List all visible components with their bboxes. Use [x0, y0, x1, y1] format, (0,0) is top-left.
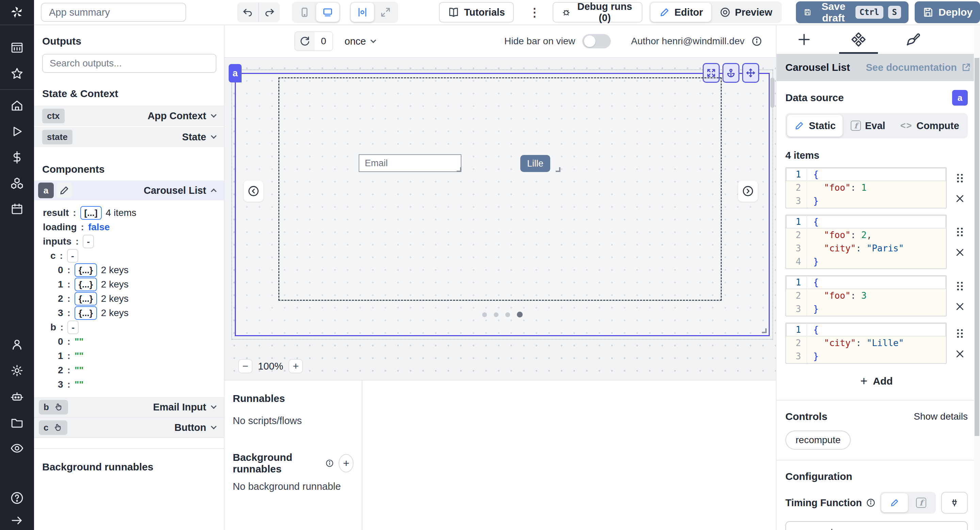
json-editor[interactable]: 1{2 "foo": 13}	[785, 167, 947, 208]
carousel-prev-button[interactable]	[243, 180, 263, 202]
expand-toggle[interactable]: {...}	[75, 263, 97, 277]
email-input-component[interactable]	[359, 154, 461, 172]
variables-icon[interactable]	[0, 144, 34, 170]
hide-bar-toggle[interactable]	[582, 34, 611, 48]
state-row[interactable]: state State	[34, 127, 224, 148]
workspace-icon[interactable]	[0, 35, 34, 61]
redo-button[interactable]	[258, 2, 279, 22]
connect-data-button[interactable]	[941, 492, 968, 514]
refresh-count-button[interactable]: 0	[294, 31, 333, 51]
component-c-row[interactable]: c Button	[34, 418, 224, 438]
add-background-runnable-button[interactable]: +	[339, 454, 353, 473]
drag-handle-icon[interactable]	[955, 226, 965, 238]
carousel-dot[interactable]	[494, 312, 498, 317]
fullscreen-layout-button[interactable]	[374, 3, 397, 22]
eval-mode-button[interactable]: f	[908, 493, 934, 512]
carousel-component-selection[interactable]: a Lille	[235, 73, 770, 336]
favorites-icon[interactable]	[0, 61, 34, 86]
folders-icon[interactable]	[0, 409, 34, 435]
runs-icon[interactable]	[0, 118, 34, 144]
tree-row[interactable]: 0:""	[58, 334, 224, 349]
schedule-dropdown[interactable]: once	[345, 36, 375, 47]
insert-component-tab[interactable]	[792, 25, 816, 54]
panel-scrollbar[interactable]	[974, 25, 980, 530]
tree-row[interactable]: 3:""	[58, 377, 224, 392]
windmill-logo[interactable]	[0, 0, 34, 25]
recompute-button[interactable]: recompute	[785, 431, 851, 450]
tree-row[interactable]: inputs:-	[43, 234, 224, 249]
resize-handle[interactable]	[762, 328, 767, 333]
resize-handle[interactable]	[556, 167, 560, 172]
show-details-link[interactable]: Show details	[914, 411, 968, 422]
carousel-pagination-dots[interactable]	[236, 312, 769, 318]
collapse-toggle[interactable]: -	[67, 321, 79, 334]
see-documentation-link[interactable]: See documentation	[866, 62, 972, 73]
remove-item-icon[interactable]	[955, 193, 965, 204]
search-outputs-input[interactable]	[42, 54, 216, 73]
expand-toggle[interactable]: [...]	[80, 206, 102, 220]
app-summary-input[interactable]	[41, 3, 186, 22]
component-settings-tab[interactable]	[846, 25, 870, 54]
deploy-button[interactable]: Deploy	[915, 2, 980, 23]
tree-row[interactable]: c:-	[50, 249, 224, 263]
collapse-toggle[interactable]: -	[83, 235, 94, 248]
undo-button[interactable]	[237, 2, 258, 22]
audit-icon[interactable]	[0, 435, 34, 461]
timing-function-select[interactable]: ease-out	[785, 521, 968, 530]
drag-handle-icon[interactable]	[955, 172, 965, 184]
centered-layout-button[interactable]	[351, 3, 374, 22]
static-mode-button[interactable]: Static	[787, 115, 843, 137]
ctx-row[interactable]: ctx App Context	[34, 105, 224, 127]
user-icon[interactable]	[0, 332, 34, 358]
carousel-dot[interactable]	[517, 312, 523, 318]
remove-item-icon[interactable]	[955, 247, 965, 257]
json-editor[interactable]: 1{2 "foo": 33}	[785, 275, 947, 316]
workers-icon[interactable]	[0, 383, 34, 409]
desktop-view-button[interactable]	[316, 3, 339, 22]
zoom-out-button[interactable]: −	[238, 359, 253, 373]
resources-icon[interactable]	[0, 170, 34, 196]
canvas-scrollbar[interactable]	[770, 78, 775, 108]
schedules-icon[interactable]	[0, 196, 34, 222]
info-icon[interactable]	[866, 498, 875, 508]
tree-row[interactable]: 2:{...}2 keys	[58, 292, 224, 306]
save-draft-button[interactable]: Save draft Ctrl S	[796, 2, 908, 23]
tree-row[interactable]: 3:{...}2 keys	[58, 306, 224, 320]
more-menu-button[interactable]: ⋮	[529, 5, 540, 19]
tree-row[interactable]: b:-	[50, 320, 224, 334]
drag-handle-icon[interactable]	[955, 328, 965, 339]
carousel-dot[interactable]	[505, 312, 510, 317]
tree-row[interactable]: loading:false	[43, 220, 224, 234]
remove-item-icon[interactable]	[955, 302, 965, 312]
settings-icon[interactable]	[0, 358, 34, 383]
tree-row[interactable]: 0:{...}2 keys	[58, 263, 224, 277]
rename-component-button[interactable]	[56, 183, 72, 198]
preview-tab[interactable]: Preview	[711, 3, 781, 22]
expand-toggle[interactable]: {...}	[75, 292, 97, 305]
json-editor[interactable]: 1{2 "foo": 2,3 "city": "Paris"4}	[785, 215, 947, 269]
tree-row[interactable]: 1:""	[58, 349, 224, 363]
mobile-view-button[interactable]	[293, 3, 316, 22]
zoom-in-button[interactable]: +	[288, 359, 303, 373]
app-canvas[interactable]: a Lille − 100% +	[224, 57, 776, 380]
eval-mode-button[interactable]: f Eval	[844, 115, 892, 137]
compute-mode-button[interactable]: <> Compute	[894, 115, 966, 137]
carousel-dot[interactable]	[482, 312, 487, 317]
expand-toggle[interactable]: {...}	[75, 278, 97, 291]
remove-item-icon[interactable]	[955, 349, 965, 359]
move-component-button[interactable]	[742, 63, 759, 83]
carousel-item-container[interactable]: Lille	[278, 77, 722, 301]
tree-row[interactable]: result:[...]4 items	[43, 206, 224, 220]
tree-row[interactable]: 2:""	[58, 363, 224, 377]
json-editor[interactable]: 1{2 "city": "Lille"3}	[785, 322, 947, 364]
drag-handle-icon[interactable]	[955, 280, 965, 292]
component-a-row[interactable]: a Carousel List	[34, 180, 224, 200]
resize-handle[interactable]	[457, 167, 461, 172]
tutorials-button[interactable]: Tutorials	[439, 2, 514, 22]
expand-toggle[interactable]: {...}	[75, 306, 97, 320]
editor-tab[interactable]: Editor	[651, 3, 711, 22]
add-item-button[interactable]: + Add	[785, 374, 968, 388]
collapse-toggle[interactable]: -	[67, 249, 78, 263]
help-icon[interactable]	[0, 485, 34, 511]
anchor-component-button[interactable]	[722, 63, 740, 83]
